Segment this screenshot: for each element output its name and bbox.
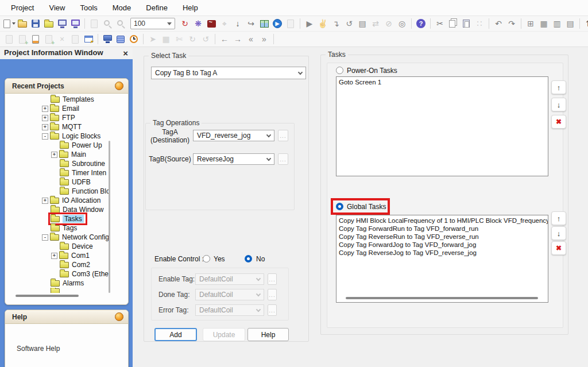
no-touch-icon[interactable]: ⊘ [382,17,395,30]
move-up-button[interactable]: ↑ [551,211,566,225]
tree-item-ftp[interactable]: +FTP [6,113,128,122]
back-icon[interactable]: ← [218,33,231,46]
merge-cells-icon[interactable]: ▤ [564,17,577,30]
zoom-out-icon[interactable] [114,17,127,30]
redo-icon[interactable]: ↷ [505,17,518,30]
import-icon[interactable] [88,17,100,30]
copy-icon[interactable] [447,17,459,30]
menu-view[interactable]: View [41,0,72,16]
menu-define[interactable]: Define [138,0,175,16]
hand-icon[interactable]: ✌ [316,17,329,30]
open-project-icon[interactable] [16,17,29,30]
download-to-hmi-icon[interactable] [56,17,68,30]
power-on-tasks-list[interactable]: Goto Screen 1 [336,76,548,176]
move-down-button[interactable]: ↓ [551,98,566,111]
task-list-item[interactable]: Copy Tag ForwardRun to Tag VFD_forward_r… [339,225,546,233]
group-icon[interactable]: ▦ [160,33,172,46]
enable-tag-browse-button[interactable]: ... [268,273,277,285]
download-icon[interactable]: ↓ [231,17,244,30]
touch-icon[interactable]: ⌖ [218,17,231,30]
delete-task-button[interactable]: ✖ [551,241,566,255]
menu-tools[interactable]: Tools [72,0,105,16]
align-icon[interactable]: ➤ [146,33,159,46]
monitor-icon[interactable] [101,33,114,46]
expand-icon[interactable]: + [42,115,48,121]
menu-help[interactable]: Help [175,0,206,16]
menu-mode[interactable]: Mode [105,0,139,16]
tree-item-logic-blocks[interactable]: -Logic Blocks [6,132,128,141]
save-icon[interactable] [29,17,42,30]
close-icon[interactable]: × [123,48,128,59]
enable-control-yes-radio[interactable] [203,255,210,262]
tagb-dropdown[interactable]: ReverseJog [193,153,274,165]
rotate-cw-icon[interactable]: ↻ [186,33,199,46]
expand-icon[interactable]: + [42,198,48,204]
data-table-icon[interactable] [258,17,270,30]
enable-tag-dropdown[interactable]: DefaultCoil [195,273,264,285]
collapse-icon[interactable]: - [42,234,48,241]
tree-item-email[interactable]: +Email [6,104,128,113]
error-tag-browse-button[interactable]: ... [268,304,277,316]
help-icon[interactable]: ? [415,17,427,30]
window-properties-icon[interactable] [82,33,95,46]
page-icon[interactable] [3,33,16,46]
expand-icon[interactable]: + [51,152,57,158]
task-list-item[interactable]: Copy Tag ForwardJog to Tag VFD_forward_j… [339,241,546,249]
table-properties-icon[interactable]: ⊞ [524,17,537,30]
collapse-panel-icon[interactable] [115,312,123,321]
zoom-in-icon[interactable] [101,17,114,30]
folder-icon[interactable] [42,17,55,30]
add-screen-icon[interactable] [42,33,55,46]
undo-icon[interactable]: ↶ [492,17,505,30]
play-flag-icon[interactable]: ▶ [303,17,316,30]
first-icon[interactable]: « [245,33,257,46]
taga-dropdown[interactable]: VFD_reverse_jog [193,130,274,141]
task-list-item[interactable]: Copy HMI Block LocalFrequency of 1 to HM… [339,217,546,225]
ungroup-icon[interactable]: ✄ [173,33,185,46]
paste-icon[interactable] [460,17,473,30]
cut-icon[interactable]: ✂ [434,17,446,30]
delete-task-button[interactable]: ✖ [551,115,566,129]
menu-project[interactable]: Project [3,0,41,16]
done-tag-dropdown[interactable]: DefaultCoil [195,289,264,300]
last-icon[interactable]: » [258,33,270,46]
trend-icon[interactable] [205,17,218,30]
error-tag-dropdown[interactable]: DefaultCoil [195,304,264,316]
taga-browse-button[interactable]: ... [278,130,288,141]
refresh-icon[interactable]: ↻ [179,17,191,30]
settings-gear-icon[interactable]: ❋ [192,17,204,30]
task-list-item[interactable]: Copy Tag ReverseRun to Tag VFD_reverse_r… [339,233,546,241]
run-icon[interactable]: ▶ [271,17,284,30]
task-list-item[interactable]: Copy Tag ReverseJog to Tag VFD_reverse_j… [339,249,546,257]
tree-vertical-scrollbar[interactable] [109,141,110,293]
tree-horizontal-scrollbar[interactable] [16,295,79,297]
global-tasks-radio[interactable] [336,203,343,210]
tagb-browse-button[interactable]: ... [278,153,288,165]
help-button[interactable]: Help [247,328,289,341]
add-book-icon[interactable] [16,33,29,46]
forward-icon[interactable]: → [231,33,244,46]
move-down-button[interactable]: ↓ [551,226,566,240]
done-tag-browse-button[interactable]: ... [268,289,277,300]
expand-icon[interactable]: + [42,124,48,130]
enable-control-no-radio[interactable] [245,255,252,262]
upload-from-hmi-icon[interactable] [69,17,82,30]
zoom-level-combo[interactable]: 100 [130,18,175,29]
collapse-icon[interactable]: - [42,133,48,140]
global-tasks-list[interactable]: Copy HMI Block LocalFrequency of 1 to HM… [336,215,548,303]
loop-icon[interactable]: ↺ [343,17,355,30]
hook-icon[interactable]: ↴ [330,17,342,30]
sort-icon[interactable]: ⇅ [583,17,588,30]
collapse-panel-icon[interactable] [115,82,123,90]
new-file-icon[interactable] [3,17,16,30]
add-button[interactable]: Add [154,328,197,341]
disc-icon[interactable]: ◎ [396,17,408,30]
marquee-icon[interactable]: ∷ [473,17,486,30]
move-up-button[interactable]: ↑ [551,80,566,94]
insert-column-icon[interactable]: ▥ [551,17,563,30]
expand-icon[interactable]: + [42,106,48,112]
route-icon[interactable]: ⇄ [369,17,382,30]
update-button[interactable]: Update [203,328,245,341]
expand-icon[interactable]: + [51,253,57,259]
power-on-tasks-radio[interactable] [336,67,343,74]
